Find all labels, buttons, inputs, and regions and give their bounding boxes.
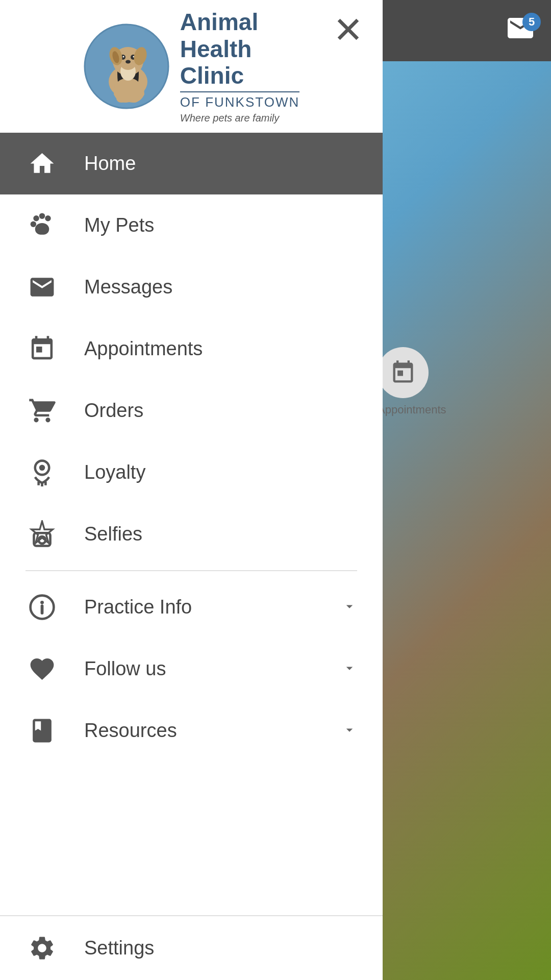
selfies-label: Selfies: [84, 523, 357, 545]
follow-us-chevron: [342, 660, 357, 677]
mail-icon: [28, 273, 56, 301]
info-icon: [28, 593, 56, 621]
top-bar: 5: [378, 0, 551, 61]
calendar-fab-icon: [390, 359, 416, 386]
loyalty-label: Loyalty: [84, 461, 357, 483]
svg-point-10: [122, 56, 124, 58]
gear-icon: [28, 934, 56, 962]
clinic-name-container: Animal Health Clinic OF FUNKSTOWN Where …: [180, 9, 299, 125]
appointments-label: Appointments: [84, 338, 357, 360]
home-icon: [28, 150, 56, 178]
svg-point-28: [39, 536, 46, 544]
resources-label: Resources: [84, 720, 316, 742]
mail-icon-container: [26, 271, 59, 304]
book-icon: [28, 717, 56, 745]
loyalty-icon: [28, 458, 56, 486]
nav-menu: Home My Pets Messages: [0, 133, 383, 915]
follow-us-label: Follow us: [84, 658, 316, 680]
cart-icon-container: [26, 394, 59, 427]
nav-item-orders[interactable]: Orders: [0, 380, 383, 442]
close-icon: [334, 15, 362, 43]
svg-point-17: [33, 215, 39, 221]
nav-item-appointments[interactable]: Appointments: [0, 318, 383, 380]
heart-icon: [28, 655, 56, 683]
nav-item-loyalty[interactable]: Loyalty: [0, 442, 383, 503]
clinic-logo-image: [83, 23, 170, 110]
appointments-fab-label: Appointments: [378, 403, 439, 416]
practice-info-label: Practice Info: [84, 596, 316, 618]
settings-bar[interactable]: Settings: [0, 915, 383, 980]
logo-container: Animal Health Clinic OF FUNKSTOWN Where …: [83, 9, 299, 125]
message-badge: 5: [522, 13, 541, 31]
message-icon-container[interactable]: 5: [505, 13, 541, 48]
chevron-down-icon: [342, 599, 357, 614]
home-icon-container: [26, 147, 59, 180]
paw-icon-container: [26, 209, 59, 242]
close-button[interactable]: [334, 15, 362, 45]
svg-point-7: [126, 60, 131, 64]
cart-icon: [28, 397, 56, 425]
selfie-icon: [28, 520, 56, 548]
nav-item-home[interactable]: Home: [0, 133, 383, 194]
loyalty-icon-container: [26, 456, 59, 489]
svg-point-15: [116, 94, 127, 103]
chevron-down-icon-follow: [342, 660, 357, 676]
selfie-icon-container: [26, 518, 59, 551]
home-label: Home: [84, 153, 357, 175]
nav-item-my-pets[interactable]: My Pets: [0, 194, 383, 256]
heart-icon-container: [26, 652, 59, 685]
my-pets-label: My Pets: [84, 214, 357, 236]
orders-label: Orders: [84, 400, 357, 422]
svg-point-21: [43, 407, 46, 410]
calendar-icon: [28, 335, 56, 363]
svg-point-23: [39, 406, 42, 409]
navigation-drawer: Animal Health Clinic OF FUNKSTOWN Where …: [0, 0, 383, 980]
book-icon-container: [26, 714, 59, 747]
calendar-icon-container: [26, 332, 59, 365]
paw-icon: [28, 211, 56, 239]
clinic-name-main: Animal Health Clinic: [180, 9, 258, 90]
svg-point-18: [39, 213, 45, 218]
svg-point-20: [31, 221, 36, 227]
nav-item-messages[interactable]: Messages: [0, 256, 383, 318]
clinic-name-sub: OF FUNKSTOWN: [180, 91, 299, 110]
nav-item-selfies[interactable]: Selfies: [0, 503, 383, 565]
resources-chevron: [342, 722, 357, 739]
nav-item-follow-us[interactable]: Follow us: [0, 638, 383, 700]
svg-point-19: [45, 215, 51, 221]
nav-item-resources[interactable]: Resources: [0, 700, 383, 762]
nav-divider: [26, 570, 357, 571]
clinic-tagline: Where pets are family: [180, 112, 280, 124]
practice-info-chevron: [342, 599, 357, 616]
nav-item-practice-info[interactable]: Practice Info: [0, 576, 383, 638]
settings-label: Settings: [84, 937, 357, 959]
svg-point-25: [39, 465, 45, 471]
svg-point-22: [46, 406, 49, 409]
svg-point-16: [129, 94, 139, 103]
chevron-down-icon-resources: [342, 722, 357, 738]
logo-area: Animal Health Clinic OF FUNKSTOWN Where …: [0, 0, 383, 133]
gear-icon-container: [26, 932, 59, 965]
info-icon-container: [26, 591, 59, 624]
appointments-fab[interactable]: [378, 347, 429, 398]
messages-label: Messages: [84, 276, 357, 298]
